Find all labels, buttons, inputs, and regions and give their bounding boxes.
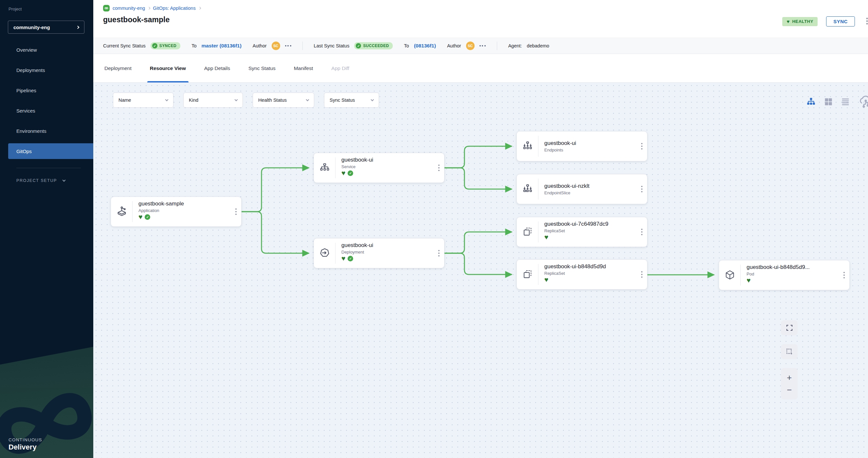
filter-sync-status-dropdown[interactable]: Sync Status xyxy=(324,93,379,108)
canvas-controls: + − xyxy=(781,320,798,399)
tab-resource-view[interactable]: Resource View xyxy=(149,54,187,83)
node-menu-icon[interactable] xyxy=(641,186,643,193)
to-label: To xyxy=(191,43,196,48)
tab-deployment[interactable]: Deployment xyxy=(103,54,133,83)
sidebar-item-overview[interactable]: Overview xyxy=(0,42,93,58)
endpoints-icon xyxy=(517,136,538,157)
synced-check-icon: ✓ xyxy=(348,256,353,261)
synced-check-icon: ✓ xyxy=(145,214,150,220)
tab-bar: Deployment Resource View App Details Syn… xyxy=(93,54,868,83)
node-status: ♥ xyxy=(544,277,639,283)
filter-health-status-dropdown[interactable]: Health Status xyxy=(253,93,314,108)
view-switcher xyxy=(806,95,868,109)
healthy-heart-icon: ♥ xyxy=(341,256,345,261)
last-sync-label: Last Sync Status xyxy=(314,43,349,48)
node-application[interactable]: guestbook-sample Application ♥ ✓ xyxy=(111,197,242,227)
author-avatar[interactable]: SC xyxy=(272,41,280,50)
gitops-icon xyxy=(103,5,110,11)
project-name: community-eng xyxy=(13,25,50,30)
breadcrumb: community-eng GitOps: Applications xyxy=(103,5,868,11)
to-label: To xyxy=(404,43,409,48)
module-label-continuous: CONTINUOUS xyxy=(8,437,42,442)
list-view-icon[interactable] xyxy=(841,97,850,106)
agent-value: debademo xyxy=(527,43,550,48)
node-endpoints[interactable]: guestbook-ui Endpoints xyxy=(517,131,647,161)
project-setup-toggle[interactable]: PROJECT SETUP xyxy=(17,178,65,183)
fullscreen-button[interactable] xyxy=(781,320,798,335)
sidebar: Project community-eng Overview Deploymen… xyxy=(0,0,93,458)
node-replicaset-b848d5d9d[interactable]: guestbook-ui-b848d5d9d ReplicaSet ♥ xyxy=(517,259,647,290)
current-revision-link[interactable]: master (08136f1) xyxy=(202,43,242,49)
zoom-out-button[interactable]: − xyxy=(787,386,792,394)
succeeded-badge: ✓ SUCCEEDED xyxy=(354,42,393,50)
heart-icon: ♥ xyxy=(786,19,789,24)
chevron-down-icon xyxy=(306,98,309,101)
cloud-network-icon[interactable] xyxy=(858,95,868,109)
marquee-select-button[interactable] xyxy=(781,344,798,359)
application-icon xyxy=(111,201,132,222)
filter-name-dropdown[interactable]: Name xyxy=(113,93,174,108)
node-menu-icon[interactable] xyxy=(641,229,643,235)
node-service[interactable]: guestbook-ui Service ♥ ✓ xyxy=(314,153,444,183)
last-revision-link[interactable]: (08136f1) xyxy=(414,43,436,49)
node-status: ♥ ✓ xyxy=(341,170,436,176)
tree-view-icon[interactable] xyxy=(806,97,816,106)
deployment-icon xyxy=(314,243,336,264)
replicaset-icon xyxy=(517,222,538,242)
node-menu-icon[interactable] xyxy=(438,165,440,171)
sidebar-footer: CONTINUOUS Delivery xyxy=(0,347,93,458)
breadcrumb-separator-icon xyxy=(198,7,200,9)
synced-check-icon: ✓ xyxy=(348,170,353,176)
page-header: community-eng GitOps: Applications guest… xyxy=(93,0,868,38)
zoom-in-button[interactable]: + xyxy=(787,373,792,382)
node-menu-icon[interactable] xyxy=(235,208,237,215)
node-menu-icon[interactable] xyxy=(843,272,845,279)
service-icon xyxy=(314,157,336,178)
filter-kind-dropdown[interactable]: Kind xyxy=(183,93,243,108)
grid-view-icon[interactable] xyxy=(824,97,833,106)
project-label: Project xyxy=(8,6,22,11)
endpointslice-icon xyxy=(517,178,538,200)
tab-sync-status[interactable]: Sync Status xyxy=(247,54,277,83)
sidebar-item-pipelines[interactable]: Pipelines xyxy=(0,83,93,98)
synced-badge: ✓ SYNCED xyxy=(151,42,180,50)
node-menu-icon[interactable] xyxy=(641,143,643,150)
zoom-panel: + − xyxy=(781,368,798,399)
current-sync-label: Current Sync Status xyxy=(103,43,146,48)
commit-more-icon[interactable] xyxy=(285,45,291,46)
node-status: ♥ ✓ xyxy=(138,214,233,220)
fullscreen-icon xyxy=(785,324,794,332)
chevron-down-icon xyxy=(63,178,66,182)
divider xyxy=(497,41,497,50)
node-deployment[interactable]: guestbook-ui Deployment ♥ ✓ xyxy=(314,238,444,268)
breadcrumb-separator-icon xyxy=(148,7,150,9)
node-menu-icon[interactable] xyxy=(438,250,440,257)
node-endpointslice[interactable]: guestbook-ui-nzklt EndpointSlice xyxy=(517,174,647,204)
author-label: Author xyxy=(253,43,267,48)
sidebar-item-gitops[interactable]: GitOps xyxy=(8,143,93,159)
header-actions: ♥ HEALTHY SYNC xyxy=(782,17,855,27)
pod-icon xyxy=(719,265,741,286)
breadcrumb-project-link[interactable]: community-eng xyxy=(113,6,145,11)
project-selector[interactable]: community-eng xyxy=(8,21,85,34)
node-replicaset-7c64987dc9[interactable]: guestbook-ui-7c64987dc9 ReplicaSet ♥ xyxy=(517,217,647,247)
chevron-down-icon xyxy=(165,98,168,101)
header-kebab-menu-icon[interactable] xyxy=(866,18,868,25)
sidebar-item-deployments[interactable]: Deployments xyxy=(0,62,93,78)
commit-more-icon[interactable] xyxy=(479,45,486,46)
tab-manifest[interactable]: Manifest xyxy=(292,54,314,83)
healthy-heart-icon: ♥ xyxy=(341,170,345,176)
node-pod[interactable]: guestbook-ui-b848d5d9... Pod ♥ xyxy=(719,260,850,290)
breadcrumb-section-link[interactable]: GitOps: Applications xyxy=(153,6,196,11)
sync-status-bar: Current Sync Status ✓ SYNCED To master (… xyxy=(93,38,868,54)
healthy-heart-icon: ♥ xyxy=(544,277,548,283)
chevron-right-icon xyxy=(76,26,80,29)
sidebar-item-environments[interactable]: Environments xyxy=(0,123,93,139)
sidebar-item-services[interactable]: Services xyxy=(0,103,93,119)
node-menu-icon[interactable] xyxy=(641,271,643,278)
tab-app-details[interactable]: App Details xyxy=(203,54,231,83)
sync-button[interactable]: SYNC xyxy=(826,17,855,27)
node-status: ♥ xyxy=(544,234,639,240)
author-avatar[interactable]: SC xyxy=(466,41,474,50)
graph-canvas[interactable]: Name Kind Health Status Sync Status xyxy=(93,83,868,458)
